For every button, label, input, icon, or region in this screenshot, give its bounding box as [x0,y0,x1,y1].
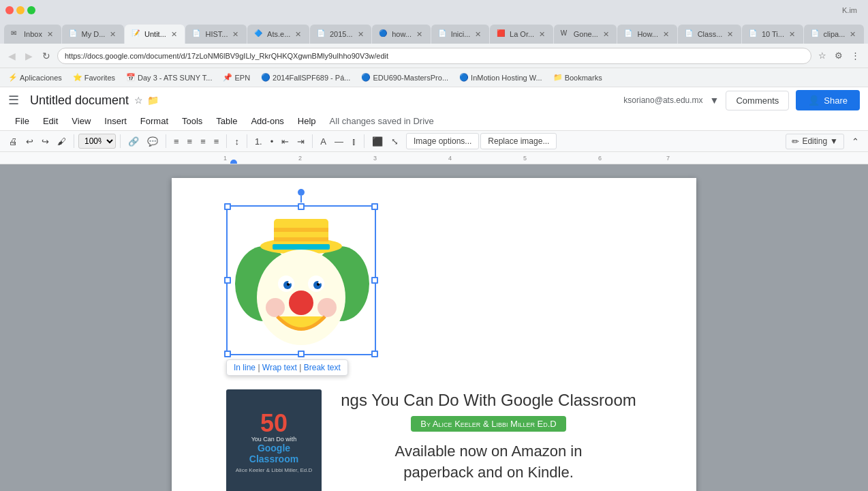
menu-tools[interactable]: Tools [175,113,209,129]
address-bar[interactable] [57,48,811,64]
tab-current-doc[interactable]: 📝 Untit... ✕ [125,25,185,44]
tab-hist[interactable]: 📄 HIST... ✕ [185,25,247,44]
maximize-window-button[interactable] [27,6,35,14]
replace-image-button[interactable]: Replace image... [480,133,557,149]
bookmark-inmotion[interactable]: 🔵 InMotion Hosting W... [456,72,545,83]
rotation-handle-dot[interactable] [298,189,305,196]
align-center-button[interactable]: ≡ [184,134,196,149]
bookmark-favorites[interactable]: ⭐ Favorites [70,72,118,83]
bookmark-day3[interactable]: 📅 Day 3 - ATS SUNY T... [123,72,215,83]
zoom-select[interactable]: 100% [78,134,116,149]
align-left-button[interactable]: ≡ [170,134,183,149]
tab-gmail-close[interactable]: ✕ [46,30,55,39]
resize-handle-br[interactable] [371,351,378,357]
tab-laor-close[interactable]: ✕ [538,30,546,39]
align-justify-button[interactable]: ≡ [211,134,223,149]
resize-handle-tm[interactable] [298,203,305,210]
minimize-window-button[interactable] [16,6,25,14]
extensions-icon[interactable]: ⋮ [848,49,863,62]
resize-handle-ml[interactable] [224,277,231,284]
menu-addons[interactable]: Add-ons [244,113,290,129]
image-crop-button[interactable]: ⬛ [369,134,386,149]
tab-inici-close[interactable]: ✕ [474,30,482,39]
selected-image-container[interactable]: In line | Wrap text | Break text [226,205,376,355]
star-icon[interactable]: ☆ [134,95,143,106]
paint-format-button[interactable]: 🖌 [54,134,69,149]
redo-button[interactable]: ↪ [38,134,52,149]
hamburger-menu-icon[interactable]: ☰ [8,93,19,108]
settings-icon[interactable]: ⚙ [832,49,846,62]
editing-dropdown[interactable]: ✏ Editing ▼ [786,134,844,149]
tab-how2[interactable]: 📄 How... ✕ [617,25,677,44]
tab-ats-close[interactable]: ✕ [294,30,303,39]
image-options-button[interactable]: Image options... [406,133,479,149]
bookmark-bookmarks[interactable]: 📁 Bookmarks [551,72,605,83]
link-button[interactable]: 🔗 [125,134,142,149]
tab-clipa[interactable]: 📄 clipa... ✕ [804,25,864,44]
bookmark-icon[interactable]: ☆ [816,49,829,62]
tab-how[interactable]: 🔵 how... ✕ [372,25,430,44]
print-button[interactable]: 🖨 [5,134,21,149]
tab-inici[interactable]: 📄 Inici... ✕ [431,25,489,44]
indent-more-button[interactable]: ⇥ [294,134,308,149]
rotation-handle-container[interactable] [298,189,305,203]
comment-button[interactable]: 💬 [144,134,161,149]
tab-how-close[interactable]: ✕ [415,30,424,39]
resize-handle-tr[interactable] [371,203,378,210]
image-tooltip[interactable]: In line | Wrap text | Break text [226,359,348,376]
tab-hist-close[interactable]: ✕ [231,30,240,39]
forward-button[interactable]: ▶ [22,48,35,64]
resize-handle-bm[interactable] [298,351,305,357]
align-right-button[interactable]: ≡ [197,134,209,149]
clown-image[interactable] [226,205,376,355]
image-resize-button[interactable]: ⤡ [388,134,402,149]
tab-mydocs[interactable]: 📄 My D... ✕ [62,25,124,44]
inline-option[interactable]: In line [234,363,255,372]
column-button[interactable]: ⫿ [348,134,360,149]
reload-button[interactable]: ↻ [40,48,53,64]
more-toolbar-button[interactable]: — [331,134,347,149]
ordered-list-button[interactable]: 1. [251,134,266,149]
doc-title[interactable]: Untitled document [30,93,129,108]
unordered-list-button[interactable]: • [267,134,277,149]
tab-2015[interactable]: 📄 2015... ✕ [310,25,371,44]
resize-handle-bl[interactable] [224,351,231,357]
tab-ats[interactable]: 🔷 Ats.e... ✕ [247,25,309,44]
user-dropdown-icon[interactable]: ▼ [710,95,719,106]
tab-10ti[interactable]: 📄 10 Ti... ✕ [742,25,803,44]
menu-help[interactable]: Help [291,113,323,129]
tab-laor[interactable]: 🟥 La Or... ✕ [490,25,553,44]
tab-class[interactable]: 📄 Class... ✕ [678,25,741,44]
menu-table[interactable]: Table [209,113,244,129]
tab-gone-close[interactable]: ✕ [602,30,610,39]
undo-button[interactable]: ↩ [22,134,37,149]
bookmark-epn[interactable]: 📌 EPN [220,72,253,83]
window-controls[interactable] [5,6,35,14]
tab-10ti-close[interactable]: ✕ [788,30,796,39]
wrap-text-option[interactable]: Wrap text [262,363,297,372]
tab-how2-close[interactable]: ✕ [662,30,670,39]
share-button[interactable]: 👤 Share [796,90,860,110]
menu-view[interactable]: View [65,113,97,129]
doc-area[interactable]: In line | Wrap text | Break text 50 You … [0,164,868,491]
comments-button[interactable]: Comments [726,91,789,110]
ruler-handle[interactable] [229,158,238,164]
bookmark-edu690[interactable]: 🔵 EDU690-MastersPro... [358,72,451,83]
tab-gone[interactable]: W Gone... ✕ [554,25,617,44]
bookmark-apps[interactable]: ⚡ Aplicaciones [5,72,65,83]
close-window-button[interactable] [5,6,14,14]
bookmark-2014[interactable]: 🔵 2014FallSPF689 - Pá... [258,72,353,83]
menu-format[interactable]: Format [134,113,175,129]
line-spacing-button[interactable]: ↕ [231,134,243,149]
resize-handle-mr[interactable] [371,277,378,284]
text-color-button[interactable]: A [317,134,330,149]
folder-icon[interactable]: 📁 [147,95,159,106]
indent-less-button[interactable]: ⇤ [278,134,292,149]
tab-2015-close[interactable]: ✕ [356,30,365,39]
expand-toolbar-button[interactable]: ⌃ [848,134,863,149]
tab-current-close[interactable]: ✕ [170,30,179,39]
break-text-option[interactable]: Break text [304,363,341,372]
tab-class-close[interactable]: ✕ [726,30,734,39]
menu-file[interactable]: File [8,113,36,129]
tab-mydocs-close[interactable]: ✕ [108,30,117,39]
